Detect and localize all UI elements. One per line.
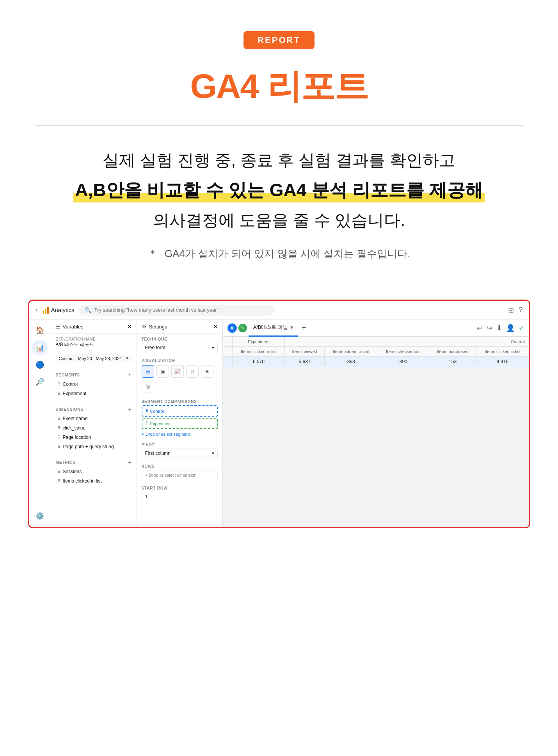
col-items-clicked-in-list-1: Items clicked in list [233,347,285,357]
tab-add-button[interactable]: + [299,323,309,332]
logo-bar-3 [47,307,49,314]
report-badge: REPORT [243,31,315,49]
segment-drop-experiment[interactable]: ⠿ Experiment [142,418,218,429]
icon-rail: 🏠 📊 🔵 🔎 ⚙️ [29,319,51,527]
logo-bar-2 [45,309,46,314]
segments-label: SEGMENTS [56,373,80,377]
dimension-page-location[interactable]: ⠿ Page location [56,433,132,442]
logo-icon [43,307,49,314]
viz-dot-icon[interactable]: ◎ [142,380,154,392]
main-content: A ✎ A/B테스트 파널 ▾ + ↩ ↪ ⬇ 👤 ✓ [223,319,529,527]
drag-handle-icon: ⠿ [57,391,60,396]
main-title: GA4 리포트 [190,63,368,110]
back-button[interactable]: ‹ [36,306,38,314]
exploration-name-value: A/B 테스트 리포트 [56,341,132,348]
add-dimension-icon[interactable]: + [128,406,132,412]
variables-icon: ☰ [56,324,60,330]
date-picker[interactable]: Custom May 20 - May 28, 2024 ▾ [56,354,132,362]
tab-ab-panel[interactable]: A/B테스트 파널 ▾ [249,319,298,337]
chevron-down-icon: ▾ [212,345,214,350]
variables-panel: ☰ Variables ✕ EXPLORATION NAME: A/B 테스트 … [51,319,137,527]
help-icon[interactable]: ? [519,306,522,314]
dimension-event-name[interactable]: ⠿ Event name [56,414,132,423]
grid-icon[interactable]: ⊞ [508,306,514,314]
metric-sessions-label: Sessions [63,469,82,474]
tab-actions: ↩ ↪ ⬇ 👤 ✓ [477,324,524,332]
segment-comparisons-label: SEGMENT COMPARISONS [142,399,218,404]
pivot-label: PIVOT [142,443,218,447]
start-row-input[interactable] [142,492,165,501]
viz-pie-icon[interactable]: ◉ [156,365,169,378]
settings-icon[interactable]: ⚙️ [32,508,48,524]
segment-control-item[interactable]: ⠿ Control [56,380,132,389]
metrics-title-row: METRICS + [56,459,132,465]
viz-bar-icon[interactable]: ≡ [201,365,213,378]
drag-handle-icon: ⠿ [57,469,60,474]
top-section: REPORT GA4 리포트 실제 실험 진행 중, 종료 후 실험 결과를 확… [0,0,558,300]
add-segment-icon[interactable]: + [128,372,132,378]
rows-drop-zone[interactable]: + Drop or select dimension [142,470,218,480]
segment-control-label: Control [63,382,78,387]
add-segment-label: Drop or select segment [146,432,190,437]
tab-dropdown-icon: ▾ [290,324,293,330]
search-bar[interactable]: 🔍 [79,305,274,316]
date-section: Custom May 20 - May 28, 2024 ▾ [51,350,137,366]
redo-icon[interactable]: ↪ [487,324,492,332]
viz-scatter-icon[interactable]: ⁙ [186,365,199,378]
search-icon-rail[interactable]: 🔎 [32,374,48,390]
dimension-page-path[interactable]: ⠿ Page path + query string [56,442,132,451]
segment-comparisons-section: SEGMENT COMPARISONS ⠿ Control ⠿ Experime… [137,396,222,440]
cell-items-viewed: 5,637 [285,357,324,367]
segment-experiment-label: Experiment [63,391,87,396]
metric-items-clicked[interactable]: ⠿ Items clicked in list [56,476,132,486]
variables-close-icon[interactable]: ✕ [127,323,132,330]
data-area: Experiment Control Items clicked in list… [223,337,529,527]
subtitle1: 실제 실험 진행 중, 종료 후 실험 결과를 확인하고 [103,149,455,171]
rows-placeholder: Drop or select dimension [149,473,197,477]
drag-handle-icon: ⠿ [146,408,149,413]
pivot-value: First column [145,451,171,456]
segment-drop-experiment-label: Experiment [150,421,172,426]
undo-icon[interactable]: ↩ [477,324,483,332]
technique-value: Free form [145,345,165,350]
subtitle3: 의사결정에 도움을 줄 수 있습니다. [153,209,405,231]
col-items-viewed: Items viewed [285,347,324,357]
segment-experiment-item[interactable]: ⠿ Experiment [56,389,132,398]
col-items-clicked-in-list-2: Items clicked in list [476,347,529,357]
share-icon[interactable]: 👤 [506,324,515,332]
home-icon[interactable]: 🏠 [32,323,48,338]
col-items-purchased: Items purchased [429,347,476,357]
dimension-click-value[interactable]: ⠿ click_value [56,423,132,433]
analytics-icon[interactable]: 📊 [32,340,48,355]
rows-section: ROWS + Drop or select dimension [137,461,222,483]
explore-icon[interactable]: 🔵 [32,357,48,373]
start-row-section: START ROW [137,483,222,503]
dimension-click-value-label: click_value [63,425,86,431]
check-icon[interactable]: ✓ [519,324,524,332]
search-input[interactable] [94,307,269,313]
table-row: 6,070 5,637 363 390 153 4,416 [223,357,529,367]
viz-line-icon[interactable]: 📈 [171,365,184,378]
technique-select[interactable]: Free form ▾ [142,343,218,352]
metrics-section: METRICS + ⠿ Sessions ⠿ Items clicked in … [51,453,137,487]
control-header: Control [511,339,524,344]
download-icon[interactable]: ⬇ [496,324,502,332]
metrics-label: METRICS [56,460,76,465]
settings-close-icon[interactable]: ✕ [213,323,218,330]
drag-handle-icon: ⠿ [57,382,60,387]
metric-sessions[interactable]: ⠿ Sessions [56,467,132,476]
settings-panel: ⚙ Settings ✕ TECHNIQUE Free form ▾ VISUA… [137,319,223,527]
settings-title: Settings [149,324,167,330]
viz-table-icon[interactable]: ⊞ [142,365,154,378]
add-metric-icon[interactable]: + [128,459,132,465]
cell-items-purchased: 153 [429,357,476,367]
add-segment-button[interactable]: + Drop or select segment [142,430,218,438]
topbar-actions: ⊞ ? [508,306,522,314]
segment-drop-control[interactable]: ⠿ Control [142,405,218,417]
app-logo: Analytics [43,307,75,314]
col-items-checked-out: Items checked out [378,347,429,357]
dimension-page-location-label: Page location [63,435,91,440]
drag-handle-icon: ⠿ [57,444,60,449]
segments-title-row: SEGMENTS + [56,372,132,378]
pivot-select[interactable]: First column ▾ [142,449,218,458]
